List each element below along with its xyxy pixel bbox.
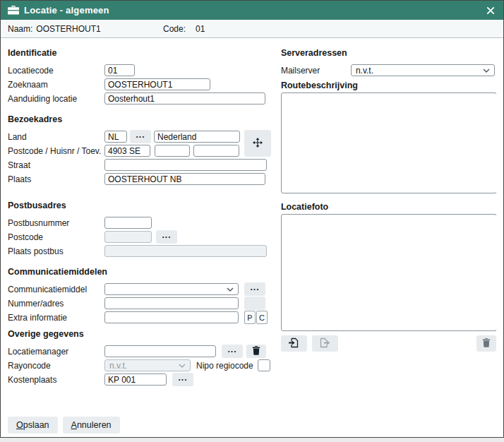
foto-import-button[interactable] bbox=[281, 335, 307, 352]
land-code-input[interactable] bbox=[104, 131, 127, 143]
ellipsis-icon: ... bbox=[250, 282, 259, 292]
code-label: Code: bbox=[163, 24, 186, 34]
kostenplaats-label: Kostenplaats bbox=[8, 375, 104, 385]
ellipsis-icon: ... bbox=[162, 230, 171, 240]
locatie-dialog: Locatie - algemeen Naam: OOSTERHOUT1 Cod… bbox=[0, 0, 504, 438]
locatiemanager-input[interactable] bbox=[104, 345, 216, 357]
rayoncode-label: Rayoncode bbox=[8, 361, 104, 371]
section-routebeschrijving: Routebeschrijving bbox=[281, 80, 496, 90]
import-document-icon bbox=[288, 338, 299, 350]
close-icon[interactable] bbox=[485, 5, 496, 16]
kostenplaats-row: Kostenplaats ... bbox=[8, 374, 272, 386]
postbusnummer-label: Postbusnummer bbox=[8, 218, 104, 228]
ellipsis-icon: ... bbox=[227, 345, 236, 354]
locatiemanager-delete-button[interactable] bbox=[246, 345, 266, 358]
postcode-huisnr-label: Postcode / Huisnr / Toev. bbox=[8, 146, 104, 156]
straat-row: Straat bbox=[8, 159, 272, 171]
dialog-titlebar: Locatie - algemeen bbox=[1, 1, 503, 20]
locatiemanager-row: Locatiemanager ... bbox=[8, 345, 272, 357]
trash-icon bbox=[252, 346, 260, 357]
extra-informatie-input[interactable] bbox=[104, 311, 239, 323]
p-button[interactable]: P bbox=[244, 311, 256, 324]
mailserver-value: n.v.t. bbox=[356, 66, 373, 76]
c-button[interactable]: C bbox=[256, 311, 268, 324]
foto-delete-button bbox=[476, 335, 496, 352]
section-postbusadres: Postbusadres bbox=[8, 201, 272, 210]
record-header: Naam: OOSTERHOUT1 Code: 01 bbox=[1, 20, 503, 38]
postcode-huisnr-row: Postcode / Huisnr / Toev. bbox=[8, 145, 272, 157]
zoeknaam-input[interactable] bbox=[104, 78, 210, 90]
mailserver-label: Mailserver bbox=[281, 66, 351, 76]
postbus-postcode-label: Postcode bbox=[8, 232, 104, 242]
postbus-postcode-lookup-button[interactable]: ... bbox=[156, 230, 177, 244]
routebeschrijving-textarea[interactable] bbox=[281, 92, 496, 193]
move-icon bbox=[253, 138, 263, 150]
nummer-adres-row: Nummer/adres bbox=[8, 297, 272, 309]
right-column: Serveradressen Mailserver n.v.t. Routebe… bbox=[281, 38, 496, 388]
plaats-input[interactable] bbox=[104, 173, 265, 185]
postbusnummer-row: Postbusnummer bbox=[8, 217, 272, 229]
nummer-adres-action-button bbox=[244, 297, 265, 310]
zoeknaam-row: Zoeknaam bbox=[8, 78, 272, 90]
chevron-down-icon bbox=[483, 68, 490, 73]
aanduiding-row: Aanduiding locatie bbox=[8, 92, 272, 104]
rayoncode-select: n.v.t. bbox=[104, 359, 191, 371]
map-position-button[interactable] bbox=[244, 130, 271, 157]
huisnr-input[interactable] bbox=[155, 145, 190, 157]
briefcase-icon bbox=[8, 6, 19, 15]
kostenplaats-input[interactable] bbox=[104, 374, 167, 386]
trash-icon bbox=[482, 338, 491, 350]
zoeknaam-label: Zoeknaam bbox=[8, 80, 104, 90]
cancel-button[interactable]: Annuleren bbox=[63, 417, 120, 434]
straat-input[interactable] bbox=[104, 159, 267, 171]
plaats-postbus-row: Plaats postbus bbox=[8, 245, 272, 257]
land-label: Land bbox=[8, 132, 104, 142]
naam-value: OOSTERHOUT1 bbox=[36, 24, 100, 34]
kostenplaats-lookup-button[interactable]: ... bbox=[172, 373, 193, 386]
rayoncode-row: Rayoncode n.v.t. Nipo regiocode bbox=[8, 359, 272, 371]
postbusnummer-input[interactable] bbox=[104, 217, 152, 229]
rayoncode-value: n.v.t. bbox=[109, 361, 127, 371]
chevron-down-icon bbox=[227, 287, 234, 292]
land-row: Land ... bbox=[8, 131, 272, 143]
bezoekadres-grid: Land ... Postcode / Huisnr / Toev. bbox=[8, 131, 272, 157]
chevron-down-icon bbox=[179, 364, 186, 368]
dialog-title: Locatie - algemeen bbox=[24, 5, 109, 16]
ellipsis-icon: ... bbox=[178, 373, 187, 383]
locatiecode-label: Locatiecode bbox=[8, 66, 104, 76]
plaats-postbus-input bbox=[104, 245, 267, 257]
left-column: Identificatie Locatiecode Zoeknaam Aandu… bbox=[8, 38, 272, 388]
dialog-footer: Opslaan Annuleren bbox=[8, 417, 120, 434]
postcode-input[interactable] bbox=[104, 145, 150, 157]
postbus-postcode-input bbox=[104, 231, 152, 243]
nipo-regiocode-input[interactable] bbox=[258, 359, 270, 371]
section-overige-gegevens: Overige gegevens bbox=[8, 329, 272, 339]
nummer-adres-label: Nummer/adres bbox=[8, 299, 104, 309]
locatiecode-input[interactable] bbox=[104, 64, 135, 76]
mailserver-select[interactable]: n.v.t. bbox=[351, 64, 495, 76]
toevoeging-input[interactable] bbox=[193, 145, 239, 157]
foto-toolbar bbox=[281, 335, 496, 352]
land-lookup-button[interactable]: ... bbox=[130, 130, 151, 143]
communicatiemiddel-lookup-button[interactable]: ... bbox=[244, 282, 265, 296]
extra-informatie-label: Extra informatie bbox=[8, 313, 104, 323]
communicatiemiddel-select[interactable] bbox=[104, 283, 239, 295]
plaats-label: Plaats bbox=[8, 174, 104, 184]
foto-export-button bbox=[312, 335, 338, 352]
aanduiding-input[interactable] bbox=[104, 92, 265, 104]
straat-label: Straat bbox=[8, 160, 104, 170]
export-document-icon bbox=[319, 338, 330, 350]
section-serveradressen: Serveradressen bbox=[281, 48, 496, 58]
save-button[interactable]: Opslaan bbox=[8, 417, 58, 434]
plaats-row: Plaats bbox=[8, 173, 272, 185]
locatiemanager-label: Locatiemanager bbox=[8, 347, 104, 357]
land-naam-input[interactable] bbox=[154, 131, 240, 143]
locatiefoto-box bbox=[281, 214, 496, 331]
communicatiemiddel-row: Communicatiemiddel ... bbox=[8, 283, 272, 295]
postbus-postcode-row: Postcode ... bbox=[8, 231, 272, 243]
locatiemanager-lookup-button[interactable]: ... bbox=[222, 345, 243, 358]
nipo-regiocode-label: Nipo regiocode bbox=[196, 361, 253, 371]
communicatiemiddel-label: Communicatiemiddel bbox=[8, 285, 104, 294]
nummer-adres-input[interactable] bbox=[104, 297, 239, 309]
section-locatiefoto: Locatiefoto bbox=[281, 202, 496, 212]
